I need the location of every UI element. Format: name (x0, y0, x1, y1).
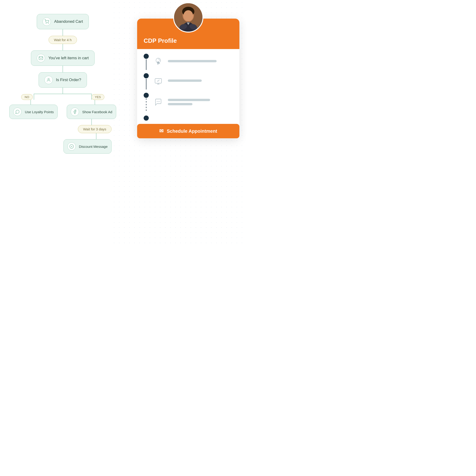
branch-v-drop-right (95, 100, 95, 105)
branch-actions-row: Use Loyalty Points Show Facebook Ad (9, 105, 116, 119)
discount-msg-label: Discount Message (79, 145, 108, 149)
timeline-item-1 (144, 54, 233, 70)
svg-point-16 (158, 101, 159, 102)
timeline-row-2 (144, 73, 233, 89)
loyalty-points-box[interactable]: Use Loyalty Points (9, 105, 58, 119)
abandoned-cart-label: Abandoned Cart (54, 19, 83, 24)
timeline-dot-1 (144, 54, 149, 59)
bar-long-2 (168, 80, 202, 82)
first-order-box[interactable]: Is First Order? (39, 72, 87, 88)
flow-node-first-order: Is First Order? (7, 72, 119, 88)
connector-1 (63, 29, 63, 36)
timeline-bars-3 (168, 99, 233, 105)
abandoned-cart-box[interactable]: Abandoned Cart (37, 14, 89, 29)
branch-v-top (63, 88, 63, 94)
branch-yes-label: YES (91, 94, 104, 100)
discount-msg-container: % Discount Message (9, 139, 116, 154)
bar-long-1 (168, 60, 217, 62)
branch-v-drops (20, 100, 106, 105)
mail-icon: ✉ (159, 128, 163, 134)
branch-v-left (34, 94, 34, 100)
svg-point-0 (46, 23, 47, 24)
cdp-body (137, 49, 239, 121)
branch-no-label: NO (21, 94, 33, 100)
timeline-line-1 (146, 59, 146, 70)
discount-v-drop (96, 133, 96, 139)
timeline-icon-chat (153, 96, 164, 108)
right-branch-connector (20, 119, 106, 125)
flow-diagram: Abandoned Cart Wait for 4 h You (7, 14, 119, 154)
facebook-icon (71, 108, 79, 116)
first-order-label: Is First Order? (56, 78, 81, 82)
svg-point-15 (157, 101, 158, 102)
timeline-bars-1 (168, 60, 233, 64)
avatar (173, 2, 203, 33)
wait-3days-badge: Wait for 3 days (78, 125, 112, 133)
schedule-appointment-button[interactable]: ✉ Schedule Appointment (137, 124, 239, 138)
flow-node-left-items: You've left items in cart (7, 51, 119, 72)
branch-labels-row: NO YES (20, 94, 106, 100)
right-v-drop (91, 119, 92, 125)
branch-v-right (91, 94, 92, 100)
timeline-dot-2 (144, 73, 149, 78)
cdp-title: CDP Profile (144, 37, 177, 44)
bar-long-3 (168, 99, 210, 101)
discount-v-connector (9, 133, 116, 139)
left-items-box[interactable]: You've left items in cart (31, 51, 95, 66)
timeline-item-2 (144, 73, 233, 89)
facebook-ad-box[interactable]: Show Facebook Ad (67, 105, 116, 119)
discount-msg-box[interactable]: % Discount Message (64, 139, 112, 154)
facebook-ad-label: Show Facebook Ad (82, 110, 112, 114)
timeline-row-3 (144, 93, 233, 111)
flow-wait-4h: Wait for 4 h (7, 36, 119, 51)
wait-3days-container: Wait for 3 days (9, 125, 116, 133)
svg-point-17 (159, 101, 160, 102)
branch-v-drop-left (31, 100, 31, 105)
timeline-dot-3 (144, 93, 149, 98)
svg-text:%: % (71, 146, 72, 147)
branch-h-line (34, 94, 92, 94)
svg-point-10 (183, 10, 193, 21)
wait-4h-label: Wait for 4 h (54, 38, 72, 42)
timeline-bars-2 (168, 80, 233, 83)
flow-node-abandoned-cart: Abandoned Cart (7, 14, 119, 36)
loyalty-points-label: Use Loyalty Points (25, 110, 54, 114)
connector-3 (63, 66, 63, 72)
svg-point-3 (48, 78, 49, 80)
timeline-line-2 (146, 79, 146, 89)
discount-icon: % (68, 142, 76, 151)
whatsapp-icon (13, 108, 22, 116)
timeline-dot-last-row (144, 116, 233, 121)
svg-rect-2 (39, 56, 43, 60)
cart-icon (43, 17, 51, 26)
connector-2 (63, 44, 63, 51)
cdp-profile-card: CDP Profile (137, 18, 239, 138)
email-icon (37, 54, 45, 62)
svg-point-1 (48, 23, 49, 24)
timeline-icon-monitor (153, 76, 164, 87)
canvas: Abandoned Cart Wait for 4 h You (0, 0, 246, 246)
branch-connector-area (18, 88, 107, 94)
bar-short-3 (168, 103, 192, 105)
person-icon (44, 76, 53, 84)
timeline-dot-4 (144, 116, 149, 121)
wait-3days-label: Wait for 3 days (83, 127, 106, 131)
timeline-row-1 (144, 54, 233, 70)
schedule-appointment-label: Schedule Appointment (167, 129, 217, 134)
timeline-item-3 (144, 93, 233, 111)
timeline-icon-cursor (153, 56, 164, 68)
left-items-label: You've left items in cart (48, 56, 89, 60)
timeline-line-dashed (146, 98, 146, 111)
wait-4h-badge: Wait for 4 h (49, 36, 77, 44)
